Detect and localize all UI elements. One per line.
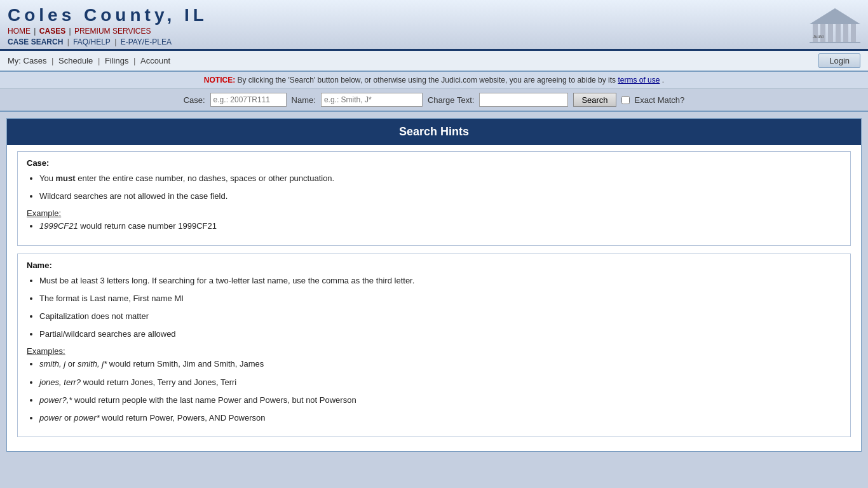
main-content: Search Hints Case: You must enter the en… — [6, 118, 862, 452]
svg-text:Judici: Judici — [812, 34, 824, 39]
notice-label: NOTICE: — [204, 76, 235, 85]
header: Coles County, IL HOME | CASES | PREMIUM … — [0, 0, 868, 51]
mycases-link-schedule[interactable]: Schedule — [58, 56, 93, 65]
case-hint-2: Wildcard searches are not allowed in the… — [39, 191, 841, 202]
svg-rect-1 — [820, 24, 825, 42]
search-bar: Case: Name: Charge Text: Search Exact Ma… — [0, 89, 868, 112]
name-examples-list: smith, j or smith, j* would return Smith… — [39, 358, 841, 424]
charge-label: Charge Text: — [428, 95, 474, 105]
logo-area: Judici — [810, 5, 860, 43]
judici-logo-icon: Judici — [810, 5, 860, 43]
name-hint-1: Must be at least 3 letters long. If sear… — [39, 275, 841, 287]
sub-nav: CASE SEARCH | FAQ/HELP | E-PAY/E-PLEA — [8, 37, 208, 46]
mycases-link-cases[interactable]: Cases — [24, 56, 47, 65]
case-hint-section: Case: You must enter the entire case num… — [17, 151, 851, 246]
login-button[interactable]: Login — [818, 53, 860, 68]
mycases-label: My: — [8, 56, 24, 65]
nav-epay[interactable]: E-PAY/E-PLEA — [121, 37, 172, 46]
svg-rect-2 — [828, 24, 833, 42]
hints-header: Search Hints — [7, 119, 861, 145]
terms-of-use-link[interactable]: terms of use — [618, 76, 660, 85]
notice-bar: NOTICE: By clicking the 'Search' button … — [0, 72, 868, 89]
case-label: Case: — [184, 95, 205, 105]
svg-rect-4 — [843, 24, 848, 42]
site-title: Coles County, IL — [8, 5, 208, 25]
name-label: Name: — [292, 95, 316, 105]
name-example-2: jones, terr? would return Jones, Terry a… — [39, 377, 841, 388]
name-example-1: smith, j or smith, j* would return Smith… — [39, 358, 841, 370]
nav-cases[interactable]: CASES — [39, 27, 65, 36]
case-input[interactable] — [210, 93, 287, 107]
svg-rect-3 — [836, 24, 841, 42]
notice-text: By clicking the 'Search' button below, o… — [238, 76, 618, 85]
name-example-3: power?,* would return people with the la… — [39, 395, 841, 406]
name-example-4: power or power* would return Power, Powe… — [39, 412, 841, 424]
case-section-title: Case: — [27, 158, 841, 168]
search-button[interactable]: Search — [573, 93, 616, 107]
nav-case-search[interactable]: CASE SEARCH — [8, 37, 63, 46]
name-hint-4: Partial/wildcard searches are allowed — [39, 329, 841, 340]
case-examples-list: 1999CF21 would return case number 1999CF… — [39, 220, 841, 232]
name-hints-list: Must be at least 3 letters long. If sear… — [39, 275, 841, 341]
name-hint-3: Capitalization does not matter — [39, 311, 841, 322]
name-hint-section: Name: Must be at least 3 letters long. I… — [17, 254, 851, 438]
svg-rect-0 — [813, 24, 818, 42]
mycases-bar: My: Cases | Schedule | Filings | Account… — [0, 51, 868, 72]
nav-faq[interactable]: FAQ/HELP — [73, 37, 111, 46]
svg-rect-5 — [851, 24, 856, 42]
nav-home[interactable]: HOME — [8, 27, 31, 36]
mycases-links: My: Cases | Schedule | Filings | Account — [8, 56, 170, 65]
case-hints-list: You must enter the entire case number, n… — [39, 173, 841, 202]
exact-match-label: Exact Match? — [635, 95, 685, 105]
header-left: Coles County, IL HOME | CASES | PREMIUM … — [8, 5, 208, 46]
hints-body: Case: You must enter the entire case num… — [7, 145, 861, 451]
mycases-link-account[interactable]: Account — [140, 56, 170, 65]
name-input[interactable] — [321, 93, 423, 107]
case-example-1: 1999CF21 would return case number 1999CF… — [39, 220, 841, 232]
header-nav: HOME | CASES | PREMIUM SERVICES — [8, 27, 208, 36]
charge-input[interactable] — [479, 93, 568, 107]
nav-premium[interactable]: PREMIUM SERVICES — [74, 27, 151, 36]
exact-match-checkbox[interactable] — [621, 96, 630, 104]
name-section-title: Name: — [27, 261, 841, 270]
mycases-link-filings[interactable]: Filings — [105, 56, 129, 65]
name-hint-2: The format is Last name, First name MI — [39, 293, 841, 304]
case-example-label: Example: — [27, 208, 841, 218]
svg-marker-6 — [810, 8, 860, 24]
svg-rect-7 — [810, 42, 860, 43]
name-examples-label: Examples: — [27, 346, 841, 356]
notice-end: . — [662, 76, 664, 85]
case-hint-1: You must enter the entire case number, n… — [39, 173, 841, 184]
